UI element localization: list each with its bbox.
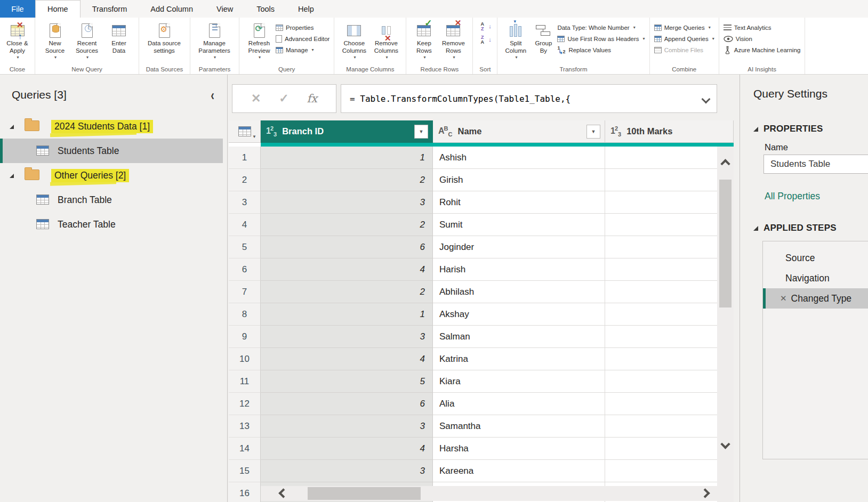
vertical-scrollbar[interactable] <box>717 147 734 502</box>
commit-formula-icon[interactable]: ✓ <box>279 92 288 106</box>
enter-data-button[interactable]: Enter Data <box>103 21 134 55</box>
cell-name[interactable]: Harsha <box>433 438 605 460</box>
scroll-down-icon[interactable] <box>720 439 730 449</box>
fx-icon[interactable]: fx <box>307 92 317 105</box>
cell-10th-marks[interactable] <box>605 258 734 281</box>
cell-10th-marks[interactable] <box>605 236 734 258</box>
vision-button[interactable]: Vision <box>724 34 801 43</box>
merge-queries-button[interactable]: Merge Queries▾ <box>654 23 714 32</box>
vertical-scrollbar-thumb[interactable] <box>719 180 732 307</box>
expand-formula-bar-icon[interactable] <box>702 95 711 104</box>
cell-10th-marks[interactable] <box>605 191 734 214</box>
sort-ascending-button[interactable]: AZ ↓ <box>479 22 492 31</box>
scroll-up-icon[interactable] <box>720 159 730 168</box>
cell-name[interactable]: Salman <box>433 326 605 348</box>
cell-branch-id[interactable]: 4 <box>261 438 433 460</box>
cell-name[interactable]: Alia <box>433 393 605 415</box>
applied-steps-section-header[interactable]: APPLIED STEPS <box>753 223 837 233</box>
properties-section-header[interactable]: PROPERTIES <box>753 124 823 134</box>
tree-item-teacher-table[interactable]: Teacher Table <box>0 212 227 237</box>
text-analytics-button[interactable]: Text Analytics <box>724 23 801 32</box>
cell-10th-marks[interactable] <box>605 303 734 326</box>
step-source[interactable]: Source <box>763 248 868 268</box>
cell-branch-id[interactable]: 3 <box>261 460 433 482</box>
sort-descending-button[interactable]: ZA ↓ <box>479 35 492 44</box>
cell-branch-id[interactable]: 1 <box>261 303 433 326</box>
cell-10th-marks[interactable] <box>605 438 734 460</box>
tree-folder-other-queries[interactable]: Other Queries [2] <box>0 163 227 188</box>
remove-columns-button[interactable]: ✕ Remove Columns▾ <box>371 21 401 60</box>
cell-branch-id[interactable]: 6 <box>261 236 433 258</box>
advanced-editor-button[interactable]: Advanced Editor <box>276 34 329 43</box>
cell-10th-marks[interactable] <box>605 214 734 236</box>
tree-item-students-table[interactable]: Students Table <box>0 139 223 163</box>
expander-icon[interactable] <box>10 174 14 178</box>
cell-branch-id[interactable]: 6 <box>261 393 433 415</box>
filter-dropdown-button[interactable]: ▼ <box>586 125 600 139</box>
cell-10th-marks[interactable] <box>605 460 734 482</box>
refresh-preview-button[interactable]: ⟳ Refresh Preview▾ <box>244 21 275 60</box>
azure-machine-learning-button[interactable]: Azure Machine Learning <box>724 45 801 54</box>
cell-branch-id[interactable]: 3 <box>261 191 433 214</box>
cell-10th-marks[interactable] <box>605 281 734 303</box>
step-changed-type[interactable]: ✕ Changed Type <box>763 288 868 309</box>
remove-rows-button[interactable]: ✕ Remove Rows▾ <box>438 21 468 60</box>
cell-10th-marks[interactable] <box>605 169 734 191</box>
column-header-name[interactable]: ABC Name ▼ <box>433 120 605 143</box>
manage-parameters-button[interactable]: Manage Parameters▾ <box>195 21 234 60</box>
horizontal-scrollbar[interactable] <box>261 486 717 501</box>
tree-folder-2024-students-data[interactable]: 2024 Students Data [1] <box>0 114 227 139</box>
cell-branch-id[interactable]: 3 <box>261 326 433 348</box>
cell-name[interactable]: Kiara <box>433 370 605 393</box>
tab-add-column[interactable]: Add Column <box>139 0 205 18</box>
cell-name[interactable]: Joginder <box>433 236 605 258</box>
tab-tools[interactable]: Tools <box>245 0 286 18</box>
cell-branch-id[interactable]: 2 <box>261 281 433 303</box>
cell-branch-id[interactable]: 4 <box>261 348 433 370</box>
tab-transform[interactable]: Transform <box>81 0 139 18</box>
cell-name[interactable]: Akshay <box>433 303 605 326</box>
cell-name[interactable]: Samantha <box>433 415 605 438</box>
cell-10th-marks[interactable] <box>605 415 734 438</box>
query-name-input[interactable] <box>763 155 868 174</box>
cell-name[interactable]: Ashish <box>433 147 605 169</box>
replace-values-button[interactable]: 1↳2 Replace Values <box>557 45 645 54</box>
new-source-button[interactable]: New Source▾ <box>39 21 70 60</box>
column-header-branch-id[interactable]: 123 Branch ID ▼ <box>261 120 433 143</box>
formula-expression[interactable]: = Table.TransformColumnTypes(Table1_Tabl… <box>341 94 570 104</box>
keep-rows-button[interactable]: ✓ Keep Rows▾ <box>411 21 437 60</box>
step-navigation[interactable]: Navigation <box>763 268 868 288</box>
cancel-formula-icon[interactable]: ✕ <box>251 92 261 106</box>
cell-10th-marks[interactable] <box>605 326 734 348</box>
cell-10th-marks[interactable] <box>605 348 734 370</box>
properties-button[interactable]: Properties <box>276 23 329 32</box>
delete-step-icon[interactable]: ✕ <box>780 294 787 303</box>
formula-bar[interactable]: = Table.TransformColumnTypes(Table1_Tabl… <box>341 84 717 113</box>
group-by-button[interactable]: Group By <box>531 21 556 55</box>
horizontal-scrollbar-thumb[interactable] <box>308 487 421 500</box>
cell-10th-marks[interactable] <box>605 147 734 169</box>
cell-branch-id[interactable]: 5 <box>261 370 433 393</box>
cell-name[interactable]: Katrina <box>433 348 605 370</box>
cell-name[interactable]: Girish <box>433 169 605 191</box>
tab-file[interactable]: File <box>0 0 35 18</box>
cell-branch-id[interactable]: 3 <box>261 415 433 438</box>
scroll-right-icon[interactable] <box>700 488 710 498</box>
select-all-corner[interactable]: ▼ <box>229 120 261 143</box>
cell-name[interactable]: Rohit <box>433 191 605 214</box>
cell-branch-id[interactable]: 4 <box>261 258 433 281</box>
scroll-left-icon[interactable] <box>278 488 288 498</box>
data-type-button[interactable]: Data Type: Whole Number▾ <box>557 23 645 32</box>
use-first-row-as-headers-button[interactable]: Use First Row as Headers▾ <box>557 34 645 43</box>
tab-home[interactable]: Home <box>35 0 81 18</box>
recent-sources-button[interactable]: Recent Sources▾ <box>71 21 102 60</box>
cell-10th-marks[interactable] <box>605 393 734 415</box>
manage-button[interactable]: Manage▾ <box>276 45 329 54</box>
cell-branch-id[interactable]: 2 <box>261 169 433 191</box>
close-and-apply-button[interactable]: ✕ ↑ Close & Apply▾ <box>4 21 30 60</box>
tab-view[interactable]: View <box>205 0 245 18</box>
cell-name[interactable]: Abhilash <box>433 281 605 303</box>
data-source-settings-button[interactable]: ⚙ Data source settings <box>143 21 185 55</box>
tab-help[interactable]: Help <box>286 0 326 18</box>
filter-dropdown-button[interactable]: ▼ <box>414 125 428 139</box>
